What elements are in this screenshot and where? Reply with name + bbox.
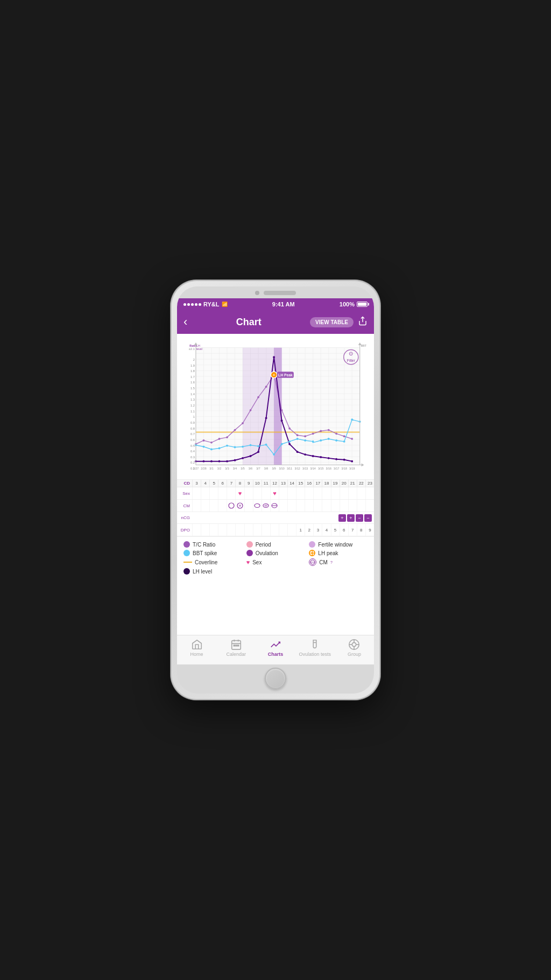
svg-point-97	[218, 460, 221, 463]
ncg-plus-btn-1[interactable]: +	[338, 514, 346, 522]
time-display: 9:41 AM	[272, 301, 295, 307]
svg-point-116	[203, 446, 205, 448]
lh-level-label: LH level	[193, 569, 212, 575]
legend-period: Period	[246, 541, 305, 548]
svg-text:3/8: 3/8	[264, 467, 268, 470]
ncg-plus-btn-2[interactable]: +	[347, 514, 355, 522]
svg-text:3/11: 3/11	[287, 467, 292, 470]
svg-text:3/7: 3/7	[256, 467, 260, 470]
period-label: Period	[256, 542, 271, 548]
svg-point-88	[312, 432, 314, 435]
svg-text:3/15: 3/15	[318, 467, 323, 470]
phone-inner: RY&L 📶 9:41 AM 100% ‹ Chart VIEW TABLE	[177, 286, 374, 694]
svg-text:1.8: 1.8	[190, 369, 195, 373]
tab-calendar[interactable]: Calendar	[216, 639, 256, 660]
ovulation-tests-icon	[309, 639, 321, 650]
svg-text:0.5: 0.5	[190, 444, 195, 447]
svg-text:3/5: 3/5	[241, 467, 244, 470]
svg-point-117	[210, 448, 213, 450]
svg-text:1.2: 1.2	[190, 404, 195, 407]
svg-point-95	[203, 460, 205, 463]
home-button[interactable]	[265, 668, 286, 689]
svg-point-135	[351, 418, 353, 421]
legend-ovulation: Ovulation	[246, 550, 305, 556]
sex-row: Sex ♥ ♥	[177, 487, 374, 500]
svg-point-126	[281, 443, 283, 445]
svg-point-91	[335, 432, 337, 435]
svg-text:2: 2	[193, 358, 195, 361]
tab-group[interactable]: Group	[335, 639, 374, 660]
battery-icon	[357, 302, 368, 307]
ncg-label: nCG	[177, 515, 192, 520]
svg-text:0.2: 0.2	[190, 461, 195, 464]
svg-text:3/2: 3/2	[217, 467, 221, 470]
nav-right-group: VIEW TABLE	[310, 316, 368, 328]
svg-text:1.1: 1.1	[190, 410, 195, 413]
screen: RY&L 📶 9:41 AM 100% ‹ Chart VIEW TABLE	[177, 298, 374, 664]
share-button[interactable]	[358, 316, 368, 328]
bbt-spike-dot	[183, 550, 190, 556]
carrier-label: RY&L	[203, 301, 220, 307]
legend-lh-peak: + LH peak	[309, 550, 368, 556]
svg-text:3/13: 3/13	[302, 467, 308, 470]
svg-text:1.3: 1.3	[190, 398, 195, 401]
svg-point-113	[343, 459, 345, 461]
svg-text:3/1: 3/1	[209, 467, 213, 470]
svg-marker-166	[362, 464, 364, 467]
page-title: Chart	[236, 317, 262, 328]
ncg-row: nCG + + − −	[177, 512, 374, 524]
battery-fill	[358, 303, 366, 306]
svg-text:1.5: 1.5	[190, 387, 195, 390]
svg-text:2/28: 2/28	[201, 467, 206, 470]
svg-point-134	[343, 440, 345, 443]
period-dot	[246, 541, 253, 548]
svg-text:BBT: BBT	[361, 344, 367, 347]
svg-point-74	[203, 439, 205, 442]
svg-point-75	[210, 442, 213, 444]
coverline-label: Coverline	[195, 559, 217, 565]
ncg-minus-btn-2[interactable]: −	[364, 514, 372, 522]
svg-point-92	[343, 435, 345, 437]
view-table-button[interactable]: VIEW TABLE	[310, 317, 354, 327]
tc-ratio-label: T/C Ratio	[193, 542, 215, 548]
svg-point-86	[296, 434, 299, 436]
tab-home[interactable]: Home	[177, 639, 216, 660]
svg-point-131	[320, 439, 322, 442]
coverline-icon	[183, 562, 192, 563]
svg-point-125	[273, 453, 275, 456]
cd-row: CD 3 4 5 6 7 8 9 10 11 12 13	[177, 480, 374, 487]
svg-text:⊙: ⊙	[349, 351, 353, 356]
svg-text:≥2.1: ≥2.1	[189, 347, 195, 351]
back-button[interactable]: ‹	[183, 315, 187, 329]
legend-coverline: Coverline	[183, 558, 242, 566]
svg-point-132	[328, 438, 330, 440]
cm-label: CM	[177, 503, 192, 508]
phone-bottom	[177, 664, 374, 694]
svg-point-114	[351, 460, 353, 463]
cm-row: CM	[177, 500, 374, 512]
phone-top-bar	[177, 286, 374, 298]
charts-icon	[270, 639, 281, 650]
dpo-row: DPO	[177, 524, 374, 536]
svg-point-171	[229, 503, 234, 508]
svg-text:3/19: 3/19	[349, 467, 355, 470]
svg-point-119	[226, 445, 228, 447]
tab-ovulation-tests[interactable]: Ovulation tests	[295, 639, 335, 660]
svg-point-93	[351, 438, 353, 440]
bbt-spike-label: BBT spike	[193, 550, 217, 556]
fertile-window-dot	[309, 541, 315, 548]
battery-label: 100%	[340, 301, 355, 307]
data-rows: CD 3 4 5 6 7 8 9 10 11 12 13	[177, 479, 374, 536]
svg-point-120	[234, 446, 236, 449]
svg-point-100	[242, 457, 244, 459]
home-tab-label: Home	[190, 652, 203, 657]
ncg-minus-btn-1[interactable]: −	[356, 514, 363, 522]
lh-peak-icon: +	[309, 550, 315, 556]
cm-icon	[309, 558, 316, 566]
svg-point-128	[296, 438, 299, 440]
svg-point-122	[250, 444, 252, 446]
tab-bar: Home Calendar	[177, 635, 374, 664]
svg-point-76	[218, 438, 221, 440]
tab-charts[interactable]: Charts	[256, 639, 295, 660]
svg-point-109	[312, 455, 314, 457]
